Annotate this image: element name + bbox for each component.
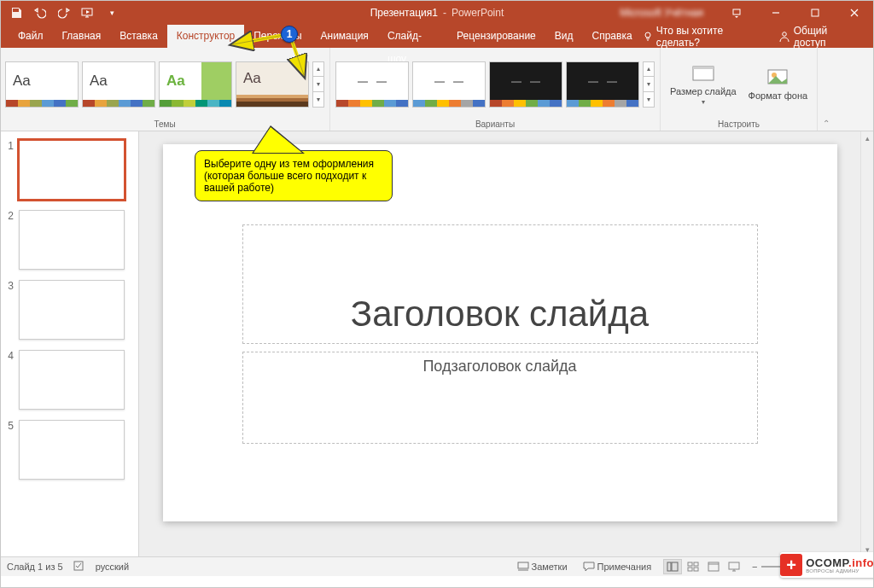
- svg-rect-18: [694, 568, 698, 571]
- ribbon: Aa Aa Aa Aa ▴ ▾ ▾ Темы: [0, 48, 874, 131]
- svg-point-5: [783, 32, 787, 36]
- variant-thumb-2[interactable]: ▬▬▬▬: [412, 61, 486, 108]
- format-background-button[interactable]: Формат фона: [744, 64, 813, 103]
- comments-label: Примечания: [597, 562, 652, 572]
- slide-thumbnail-2[interactable]: [19, 210, 125, 270]
- gallery-more-icon[interactable]: ▾: [313, 92, 323, 107]
- notes-icon: [517, 562, 529, 572]
- thumb-item: 4: [0, 350, 138, 410]
- gallery-more-icon[interactable]: ▾: [644, 92, 654, 107]
- svg-rect-13: [667, 562, 671, 571]
- annotation-step-number: 1: [281, 26, 298, 43]
- themes-group-label: Темы: [154, 118, 175, 131]
- close-icon[interactable]: [835, 0, 874, 25]
- normal-view-icon[interactable]: [663, 559, 682, 574]
- customize-group-label: Настроить: [718, 118, 760, 131]
- comments-button[interactable]: Примечания: [580, 562, 656, 572]
- svg-rect-1: [733, 9, 740, 15]
- window-controls: [717, 0, 874, 25]
- language-indicator[interactable]: русский: [96, 562, 129, 572]
- annotation-text: Выберите одну из тем оформления (которая…: [204, 158, 374, 194]
- dropdown-icon: ▾: [702, 98, 705, 106]
- svg-rect-11: [518, 562, 528, 568]
- slide-thumbnails-panel: 1 2 3 4 5: [0, 131, 139, 556]
- subtitle-placeholder[interactable]: Подзаголовок слайда: [242, 352, 758, 444]
- view-buttons: [663, 559, 743, 574]
- tell-me-label: Что вы хотите сделать?: [656, 25, 764, 49]
- tab-review[interactable]: Рецензирование: [447, 25, 545, 48]
- svg-rect-16: [694, 562, 698, 566]
- window-title: Презентация1 - PowerPoint: [370, 7, 504, 19]
- theme-thumb-3[interactable]: Aa: [159, 61, 232, 108]
- thumb-item: 1: [0, 140, 138, 200]
- title-placeholder[interactable]: Заголовок слайда: [242, 224, 758, 344]
- variant-thumb-3[interactable]: ▬▬▬▬: [489, 61, 562, 108]
- vertical-scrollbar[interactable]: ▴ ▾: [860, 131, 874, 556]
- tab-help[interactable]: Справка: [583, 25, 642, 48]
- variant-thumb-4[interactable]: ▬▬▬▬: [566, 61, 639, 108]
- lightbulb-icon: [642, 31, 653, 43]
- save-icon[interactable]: [5, 3, 27, 23]
- ribbon-tabs: Файл Главная Вставка Конструктор Переход…: [0, 25, 874, 48]
- slide-thumbnail-4[interactable]: [19, 350, 125, 410]
- slide-thumbnail-3[interactable]: [19, 280, 125, 340]
- document-name: Презентация1: [370, 7, 438, 19]
- format-bg-label: Формат фона: [749, 90, 808, 101]
- sorter-view-icon[interactable]: [684, 559, 702, 574]
- tab-slideshow[interactable]: Слайд-шоу: [378, 25, 447, 48]
- qat-customize-icon[interactable]: ▾: [101, 3, 123, 23]
- slide-counter[interactable]: Слайд 1 из 5: [7, 562, 63, 572]
- reading-view-icon[interactable]: [704, 559, 723, 574]
- theme-thumb-1[interactable]: Aa: [5, 61, 79, 108]
- collapse-ribbon-icon[interactable]: ⌃: [818, 48, 835, 131]
- slide-thumbnail-1[interactable]: [19, 140, 125, 200]
- tab-animations[interactable]: Анимация: [312, 25, 378, 48]
- app-name: PowerPoint: [452, 7, 504, 19]
- scroll-up-icon[interactable]: ▴: [861, 131, 874, 145]
- svg-point-4: [645, 32, 650, 38]
- tab-file[interactable]: Файл: [9, 25, 53, 48]
- subtitle-placeholder-text: Подзаголовок слайда: [422, 358, 576, 443]
- svg-rect-7: [693, 67, 714, 69]
- tab-insert[interactable]: Вставка: [110, 25, 167, 48]
- thumb-item: 2: [0, 210, 138, 270]
- source-watermark: + OCOMP.info ВОПРОСЫ АДМИНУ: [780, 552, 874, 578]
- maximize-icon[interactable]: [795, 0, 835, 25]
- redo-icon[interactable]: [53, 3, 75, 23]
- tab-home[interactable]: Главная: [53, 25, 111, 48]
- minimize-icon[interactable]: [756, 0, 795, 25]
- notes-label: Заметки: [532, 562, 568, 572]
- tab-view[interactable]: Вид: [545, 25, 583, 48]
- svg-rect-14: [672, 562, 678, 571]
- undo-icon[interactable]: [29, 3, 51, 23]
- svg-rect-3: [812, 9, 819, 16]
- thumb-number: 2: [3, 210, 14, 270]
- gallery-up-icon[interactable]: ▴: [644, 62, 654, 78]
- title-bar: ▾ Презентация1 - PowerPoint Microsoft Уч…: [0, 0, 874, 25]
- ribbon-options-icon[interactable]: [717, 0, 756, 25]
- slide-size-button[interactable]: Размер слайда ▾: [666, 60, 741, 108]
- status-bar: Слайд 1 из 5 русский Заметки Примечания …: [0, 556, 874, 576]
- theme-thumb-2[interactable]: Aa: [82, 61, 155, 108]
- account-name[interactable]: Microsoft Учётная: [620, 7, 703, 19]
- start-slideshow-icon[interactable]: [77, 3, 99, 23]
- variants-gallery-buttons: ▴ ▾ ▾: [643, 61, 655, 108]
- thumb-number: 1: [3, 140, 14, 200]
- zoom-out-icon[interactable]: −: [752, 562, 757, 572]
- workspace: 1 2 3 4 5 Заголовок слайда Подзаголовок …: [0, 131, 874, 556]
- thumb-number: 4: [3, 350, 14, 410]
- spell-check-icon[interactable]: [73, 560, 85, 573]
- thumb-number: 3: [3, 280, 14, 340]
- format-bg-icon: [765, 67, 790, 89]
- variant-thumb-1[interactable]: ▬▬▬▬: [335, 61, 409, 108]
- notes-button[interactable]: Заметки: [514, 562, 571, 572]
- slideshow-view-icon[interactable]: [725, 559, 743, 574]
- slide-thumbnail-5[interactable]: [19, 420, 125, 480]
- annotation-callout: Выберите одну из тем оформления (которая…: [195, 150, 393, 201]
- svg-rect-15: [688, 562, 692, 566]
- ribbon-group-customize: Размер слайда ▾ Формат фона Настроить: [661, 48, 818, 131]
- gallery-down-icon[interactable]: ▾: [644, 77, 654, 92]
- share-button[interactable]: Общий доступ: [778, 25, 859, 49]
- slide-size-label: Размер слайда: [670, 86, 737, 96]
- tell-me-search[interactable]: Что вы хотите сделать?: [642, 25, 764, 49]
